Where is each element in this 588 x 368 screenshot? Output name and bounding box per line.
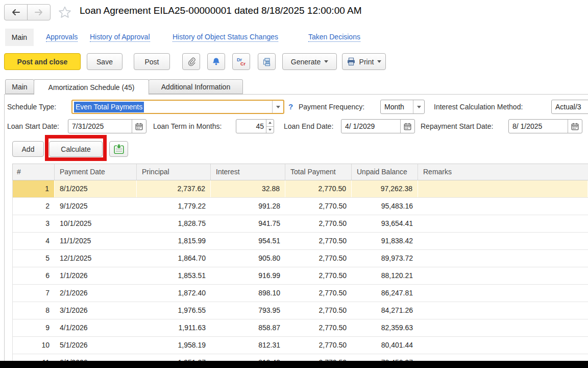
post-button[interactable]: Post [134,53,170,70]
table-cell-interest[interactable]: 32.88 [211,180,285,197]
table-cell-interest[interactable]: 858.87 [211,319,285,336]
column-header-interest[interactable]: Interest [211,164,285,180]
related-documents-button[interactable] [258,53,276,70]
table-cell-total_payment[interactable]: 2,770.50 [285,180,352,197]
table-cell-remarks[interactable] [418,250,588,267]
repayment-start-date-calendar-button[interactable] [568,120,582,133]
table-cell-remarks[interactable] [418,285,588,302]
table-cell-interest[interactable]: 916.99 [211,267,285,284]
table-cell-unpaid_balance[interactable]: 82,359.63 [352,319,418,336]
payment-frequency-dropdown-button[interactable] [413,100,424,113]
column-header-payment-date[interactable]: Payment Date [55,164,137,180]
table-cell-principal[interactable]: 2,737.62 [137,180,211,197]
table-cell-remarks[interactable] [418,180,588,197]
table-cell-remarks[interactable] [418,233,588,249]
table-cell-principal[interactable]: 1,828.75 [137,215,211,232]
tab-amortization-schedule[interactable]: Amortization Schedule (45) [34,79,149,95]
loan-start-date-input[interactable]: 7/31/2025 [68,119,146,133]
table-row[interactable]: 411/1/20251,815.99954.512,770.5091,838.4… [13,233,588,250]
table-cell-payment_date[interactable]: 8/1/2025 [55,180,137,197]
schedule-type-dropdown-button[interactable] [272,101,283,113]
table-cell-unpaid_balance[interactable]: 86,247.81 [352,285,418,302]
help-icon[interactable]: ? [288,100,293,114]
table-cell-total_payment[interactable]: 2,770.50 [285,198,352,215]
table-cell-unpaid_balance[interactable]: 88,120.21 [352,267,418,284]
table-row[interactable]: 512/1/20251,864.70905.802,770.5089,973.7… [13,250,588,267]
column-header-principal[interactable]: Principal [137,164,211,180]
table-cell-unpaid_balance[interactable]: 93,654.41 [352,215,418,232]
table-cell-payment_date[interactable]: 3/1/2026 [55,302,137,319]
repayment-start-date-input[interactable]: 8/ 1/2025 [508,119,582,133]
column-header-num[interactable]: # [13,164,55,180]
save-button[interactable]: Save [87,53,122,70]
reminder-button[interactable] [207,53,225,70]
table-cell-num[interactable]: 3 [13,215,55,232]
table-cell-unpaid_balance[interactable]: 80,401.44 [352,337,418,354]
table-row[interactable]: 83/1/20261,976.55793.952,770.5084,271.26 [13,302,588,319]
table-cell-num[interactable]: 10 [13,337,55,354]
table-cell-interest[interactable]: 991.28 [211,198,285,215]
table-cell-total_payment[interactable]: 2,770.50 [285,215,352,232]
table-cell-interest[interactable]: 941.75 [211,215,285,232]
column-header-total-payment[interactable]: Total Payment [285,164,352,180]
table-cell-num[interactable]: 4 [13,233,55,249]
table-row[interactable]: 310/1/20251,828.75941.752,770.5093,654.4… [13,215,588,233]
table-cell-num[interactable]: 1 [13,180,55,197]
nav-tab-approvals[interactable]: Approvals [46,33,78,42]
table-cell-remarks[interactable] [418,215,588,232]
nav-tab-history-of-object-status-changes[interactable]: History of Object Status Changes [173,33,278,42]
table-row[interactable]: 72/1/20261,872.40898.102,770.5086,247.81 [13,285,588,302]
tab-additional-information[interactable]: Additional Information [149,79,243,94]
table-cell-num[interactable]: 8 [13,302,55,319]
column-header-remarks[interactable]: Remarks [418,164,588,180]
print-button[interactable]: Print [342,53,386,70]
table-cell-principal[interactable]: 1,864.70 [137,250,211,267]
loan-term-input[interactable]: 45 [236,119,274,133]
table-cell-payment_date[interactable]: 1/1/2026 [55,267,137,284]
table-cell-payment_date[interactable]: 11/1/2025 [55,233,137,249]
export-list-button[interactable] [109,141,128,157]
table-cell-payment_date[interactable]: 12/1/2025 [55,250,137,267]
table-cell-remarks[interactable] [418,198,588,215]
table-cell-total_payment[interactable]: 2,770.50 [285,337,352,354]
table-cell-unpaid_balance[interactable]: 95,483.16 [352,198,418,215]
table-cell-num[interactable]: 6 [13,267,55,284]
payment-frequency-input[interactable]: Month [380,100,425,114]
spinner-down-button[interactable] [266,127,274,133]
loan-start-date-calendar-button[interactable] [132,120,146,133]
loan-end-date-calendar-button[interactable] [400,120,414,133]
tab-main[interactable]: Main [5,79,34,94]
generate-button[interactable]: Generate [282,53,337,70]
table-cell-num[interactable]: 5 [13,250,55,267]
table-cell-remarks[interactable] [418,337,588,354]
table-cell-principal[interactable]: 1,958.19 [137,337,211,354]
schedule-type-input[interactable]: Even Total Payments [71,100,284,114]
table-cell-unpaid_balance[interactable]: 84,271.26 [352,302,418,319]
table-row[interactable]: 18/1/20252,737.6232.882,770.5097,262.38 [13,180,588,198]
back-button[interactable] [4,4,28,20]
nav-tab-history-of-approval[interactable]: History of Approval [90,33,150,42]
table-cell-payment_date[interactable]: 10/1/2025 [55,215,137,232]
table-row[interactable]: 94/1/20261,911.63858.872,770.5082,359.63 [13,319,588,337]
table-row[interactable]: 61/1/20261,853.51916.992,770.5088,120.21 [13,267,588,285]
table-cell-payment_date[interactable]: 4/1/2026 [55,319,137,336]
table-cell-remarks[interactable] [418,302,588,319]
table-cell-total_payment[interactable]: 2,770.50 [285,250,352,267]
table-cell-principal[interactable]: 1,779.22 [137,198,211,215]
calculate-button[interactable]: Calculate [49,141,103,157]
table-cell-payment_date[interactable]: 9/1/2025 [55,198,137,215]
table-cell-unpaid_balance[interactable]: 91,838.42 [352,233,418,249]
table-cell-unpaid_balance[interactable]: 89,973.72 [352,250,418,267]
table-cell-remarks[interactable] [418,319,588,336]
table-cell-interest[interactable]: 905.80 [211,250,285,267]
table-cell-num[interactable]: 7 [13,285,55,302]
table-cell-principal[interactable]: 1,911.63 [137,319,211,336]
table-cell-total_payment[interactable]: 2,770.50 [285,319,352,336]
table-cell-principal[interactable]: 1,853.51 [137,267,211,284]
nav-tab-taken-decisions[interactable]: Taken Decisions [308,33,360,42]
spinner-up-button[interactable] [266,120,274,127]
table-cell-interest[interactable]: 812.31 [211,337,285,354]
post-and-close-button[interactable]: Post and close [4,53,81,70]
table-cell-principal[interactable]: 1,976.55 [137,302,211,319]
forward-button[interactable] [27,4,51,20]
